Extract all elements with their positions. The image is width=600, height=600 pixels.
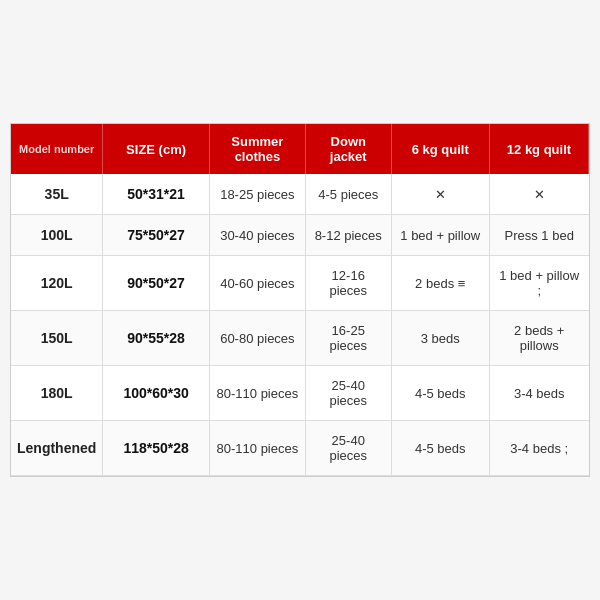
table-row: 35L50*31*2118-25 pieces4-5 pieces✕✕ bbox=[11, 174, 589, 215]
cell-quilt12: 2 beds + pillows bbox=[489, 311, 588, 366]
cell-quilt6: 1 bed + pillow bbox=[391, 215, 489, 256]
cell-model: 120L bbox=[11, 256, 103, 311]
cell-size: 90*55*28 bbox=[103, 311, 209, 366]
product-table-wrapper: Model number SIZE (cm) Summer clothes Do… bbox=[10, 123, 590, 477]
header-quilt12: 12 kg quilt bbox=[489, 124, 588, 174]
table-row: 180L100*60*3080-110 pieces25-40 pieces4-… bbox=[11, 366, 589, 421]
table-row: 100L75*50*2730-40 pieces8-12 pieces1 bed… bbox=[11, 215, 589, 256]
table-row: 150L90*55*2860-80 pieces16-25 pieces3 be… bbox=[11, 311, 589, 366]
header-size: SIZE (cm) bbox=[103, 124, 209, 174]
cell-quilt6: 4-5 beds bbox=[391, 421, 489, 476]
cell-quilt12: ✕ bbox=[489, 174, 588, 215]
header-model: Model number bbox=[11, 124, 103, 174]
cell-down: 8-12 pieces bbox=[305, 215, 391, 256]
cell-quilt12: Press 1 bed bbox=[489, 215, 588, 256]
cell-down: 25-40 pieces bbox=[305, 421, 391, 476]
table-row: Lengthened118*50*2880-110 pieces25-40 pi… bbox=[11, 421, 589, 476]
cell-size: 90*50*27 bbox=[103, 256, 209, 311]
cell-quilt12: 3-4 beds ; bbox=[489, 421, 588, 476]
cell-down: 16-25 pieces bbox=[305, 311, 391, 366]
cell-quilt6: 3 beds bbox=[391, 311, 489, 366]
cell-model: 35L bbox=[11, 174, 103, 215]
cell-down: 25-40 pieces bbox=[305, 366, 391, 421]
cell-model: 150L bbox=[11, 311, 103, 366]
cell-summer: 80-110 pieces bbox=[209, 366, 305, 421]
table-header-row: Model number SIZE (cm) Summer clothes Do… bbox=[11, 124, 589, 174]
cell-model: Lengthened bbox=[11, 421, 103, 476]
header-summer: Summer clothes bbox=[209, 124, 305, 174]
cell-summer: 30-40 pieces bbox=[209, 215, 305, 256]
cell-down: 12-16 pieces bbox=[305, 256, 391, 311]
cell-size: 100*60*30 bbox=[103, 366, 209, 421]
cell-down: 4-5 pieces bbox=[305, 174, 391, 215]
cell-quilt12: 3-4 beds bbox=[489, 366, 588, 421]
cell-summer: 18-25 pieces bbox=[209, 174, 305, 215]
cell-summer: 80-110 pieces bbox=[209, 421, 305, 476]
table-row: 120L90*50*2740-60 pieces12-16 pieces2 be… bbox=[11, 256, 589, 311]
cell-quilt6: 2 beds ≡ bbox=[391, 256, 489, 311]
cell-quilt6: 4-5 beds bbox=[391, 366, 489, 421]
cell-quilt6: ✕ bbox=[391, 174, 489, 215]
cell-size: 118*50*28 bbox=[103, 421, 209, 476]
cell-summer: 40-60 pieces bbox=[209, 256, 305, 311]
cell-model: 100L bbox=[11, 215, 103, 256]
header-down: Down jacket bbox=[305, 124, 391, 174]
header-quilt6: 6 kg quilt bbox=[391, 124, 489, 174]
cell-quilt12: 1 bed + pillow ; bbox=[489, 256, 588, 311]
cell-size: 75*50*27 bbox=[103, 215, 209, 256]
cell-size: 50*31*21 bbox=[103, 174, 209, 215]
product-table: Model number SIZE (cm) Summer clothes Do… bbox=[11, 124, 589, 476]
cell-model: 180L bbox=[11, 366, 103, 421]
cell-summer: 60-80 pieces bbox=[209, 311, 305, 366]
